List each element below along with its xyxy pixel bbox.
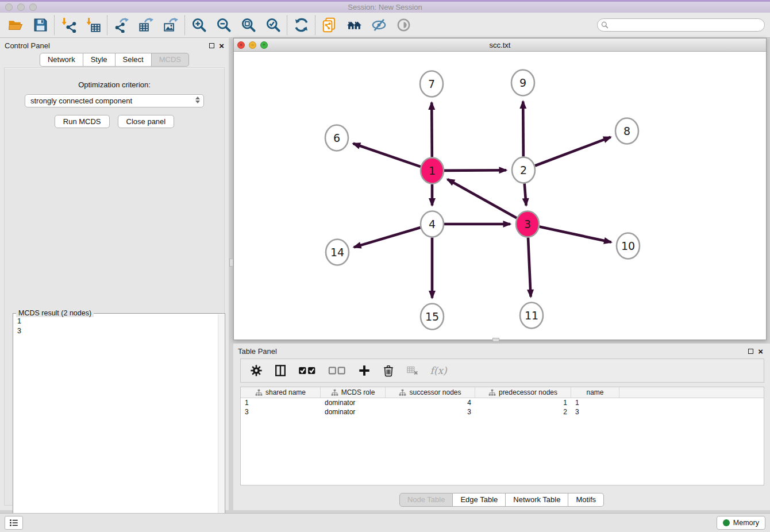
import-network-icon[interactable] — [59, 16, 78, 34]
show-all-icon[interactable] — [394, 16, 413, 34]
column-header-name[interactable]: name — [571, 387, 619, 398]
column-header-shared-name[interactable]: shared name — [241, 387, 321, 398]
deselect-all-icon[interactable] — [328, 362, 346, 379]
svg-text:2: 2 — [520, 164, 527, 176]
add-column-icon[interactable] — [358, 362, 371, 379]
search-box[interactable] — [597, 18, 765, 32]
graph-node-7[interactable]: 7 — [420, 71, 443, 97]
zoom-fit-icon[interactable] — [238, 16, 258, 34]
apply-layout-icon[interactable] — [291, 16, 311, 34]
svg-text:11: 11 — [525, 309, 538, 322]
table-panel: Table Panel × f(x) shared nameMCDS roles… — [233, 344, 770, 510]
table-settings-icon[interactable] — [250, 362, 263, 379]
table-toolbar: f(x) — [240, 358, 764, 383]
zoom-out-icon[interactable] — [214, 16, 233, 34]
control-panel-tabs: NetworkStyleSelectMCDS — [0, 53, 229, 67]
edge-1-2[interactable] — [444, 170, 506, 171]
graph-node-2[interactable]: 2 — [512, 157, 535, 183]
svg-text:6: 6 — [333, 132, 340, 144]
memory-button[interactable]: Memory — [717, 516, 765, 530]
tab-edge-table[interactable]: Edge Table — [453, 493, 506, 507]
svg-text:3: 3 — [524, 218, 531, 230]
tab-style[interactable]: Style — [83, 53, 116, 67]
network-graph-canvas[interactable]: 7968124314101511 — [234, 52, 766, 340]
table-cell: 3 — [571, 407, 619, 417]
graph-node-10[interactable]: 10 — [617, 233, 640, 259]
tab-network-table[interactable]: Network Table — [506, 493, 568, 507]
import-table-icon[interactable] — [83, 16, 103, 34]
edge-2-3[interactable] — [525, 183, 526, 205]
svg-text:9: 9 — [519, 76, 526, 89]
float-panel-icon[interactable] — [209, 43, 214, 48]
svg-text:4: 4 — [429, 218, 436, 230]
first-neighbors-icon[interactable] — [344, 16, 364, 34]
edge-1-6[interactable] — [353, 144, 421, 167]
hide-selected-icon[interactable] — [369, 16, 388, 34]
toolbar-separator — [315, 16, 315, 35]
save-session-icon[interactable] — [30, 16, 50, 34]
edge-2-8[interactable] — [535, 137, 611, 166]
tab-network[interactable]: Network — [40, 53, 83, 67]
table-row[interactable]: 1dominator411 — [241, 398, 764, 407]
network-window-title: scc.txt — [234, 41, 766, 49]
graph-node-6[interactable]: 6 — [325, 125, 348, 151]
criterion-select-value: strongly connected component — [30, 97, 132, 105]
table-body: 1dominator4113dominator323 — [241, 398, 764, 417]
zoom-in-icon[interactable] — [189, 16, 209, 34]
graph-node-9[interactable]: 9 — [511, 70, 534, 96]
edge-3-1[interactable] — [448, 179, 517, 218]
zoom-selected-icon[interactable] — [263, 16, 283, 34]
edge-4-14[interactable] — [354, 228, 421, 247]
graph-node-4[interactable]: 4 — [421, 211, 444, 237]
mcds-result-text[interactable]: 13 — [14, 314, 217, 527]
select-all-icon[interactable] — [298, 362, 317, 379]
open-file-icon[interactable] — [6, 16, 25, 34]
export-table-icon[interactable] — [136, 16, 156, 34]
graph-node-1[interactable]: 1 — [421, 158, 444, 184]
clone-network-icon[interactable] — [319, 16, 339, 34]
criterion-select[interactable]: strongly connected component — [25, 94, 204, 107]
tab-motifs[interactable]: Motifs — [568, 493, 604, 507]
status-bar: Memory — [0, 513, 770, 532]
result-scrollbar[interactable] — [218, 314, 224, 527]
memory-status-icon — [723, 519, 730, 526]
close-table-panel-icon[interactable]: × — [758, 347, 763, 356]
task-history-button[interactable] — [5, 516, 23, 530]
column-header-successor-nodes[interactable]: successor nodes — [386, 387, 475, 398]
graph-node-3[interactable]: 3 — [516, 211, 539, 237]
run-mcds-button[interactable]: Run MCDS — [55, 115, 110, 128]
search-icon — [600, 21, 609, 29]
splitter-handle-horizontal[interactable] — [492, 338, 499, 342]
close-panel-button[interactable]: Close panel — [118, 115, 175, 128]
column-header-predecessor-nodes[interactable]: predecessor nodes — [475, 387, 571, 398]
export-network-icon[interactable] — [111, 16, 131, 34]
table-cell: 3 — [386, 407, 475, 417]
edge-3-10[interactable] — [540, 227, 611, 242]
search-input[interactable] — [609, 20, 764, 30]
table-header-row: shared nameMCDS rolesuccessor nodesprede… — [241, 387, 764, 398]
graph-node-15[interactable]: 15 — [421, 304, 444, 330]
optimization-criterion-label: Optimization criterion: — [5, 80, 224, 89]
close-panel-icon[interactable]: × — [219, 41, 224, 50]
export-image-icon[interactable] — [161, 16, 180, 34]
edge-2-9[interactable] — [523, 102, 523, 157]
column-header-MCDS-role[interactable]: MCDS role — [321, 387, 386, 398]
graph-node-11[interactable]: 11 — [520, 303, 543, 329]
table-row[interactable]: 3dominator323 — [241, 407, 764, 417]
select-stepper-icon — [195, 97, 200, 103]
edge-1-7[interactable] — [432, 103, 432, 157]
delete-column-icon[interactable] — [382, 362, 395, 379]
svg-text:8: 8 — [623, 125, 630, 137]
splitter-handle-vertical[interactable] — [229, 259, 233, 267]
tab-mcds[interactable]: MCDS — [152, 53, 189, 67]
float-table-panel-icon[interactable] — [748, 349, 753, 354]
toolbar-separator — [107, 16, 107, 35]
svg-text:1: 1 — [429, 164, 436, 177]
graph-node-14[interactable]: 14 — [326, 240, 349, 265]
table-cell: 1 — [241, 398, 321, 407]
tab-node-table[interactable]: Node Table — [399, 493, 453, 507]
tab-select[interactable]: Select — [116, 53, 152, 67]
graph-node-8[interactable]: 8 — [615, 118, 638, 144]
edge-3-11[interactable] — [528, 238, 531, 297]
column-visibility-icon[interactable] — [274, 362, 287, 379]
